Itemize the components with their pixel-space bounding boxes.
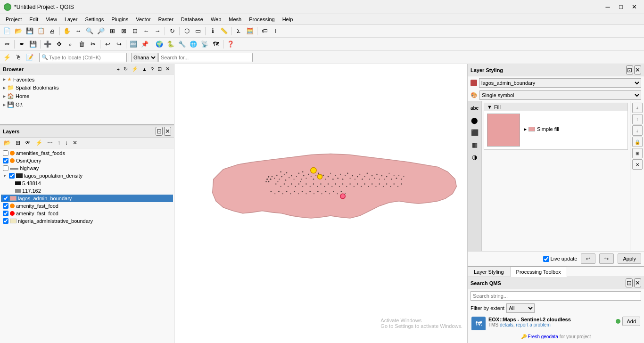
save-project-button[interactable]: 💾 <box>25 26 35 36</box>
menu-item-processing[interactable]: Processing <box>245 16 278 23</box>
eox-add-button[interactable]: Add <box>622 317 640 326</box>
ls-icon-blocks[interactable]: ▦ <box>470 139 480 150</box>
open-project-button[interactable]: 📂 <box>13 26 24 36</box>
help-button[interactable]: ❓ <box>225 39 236 49</box>
layer-checkbox-lagos-admin-boundary[interactable] <box>3 196 8 201</box>
menu-item-vector[interactable]: Vector <box>132 16 154 23</box>
layers-show-btn[interactable]: 👁 <box>23 139 33 147</box>
renderer-dropdown[interactable]: Single symbol <box>479 90 641 100</box>
ls-up-btn[interactable]: ↑ <box>632 114 643 124</box>
save-edit-button[interactable]: 💾 <box>28 39 38 49</box>
pan-map-button[interactable]: ✋ <box>62 26 72 36</box>
label-button[interactable]: 🏷 <box>259 26 270 36</box>
ls-lock-btn[interactable]: 🔒 <box>632 137 643 147</box>
apply-button[interactable]: Apply <box>618 253 641 264</box>
undo-button[interactable]: ↩ <box>102 39 113 49</box>
zoom-selected-button[interactable]: ⊡ <box>130 26 140 36</box>
layer-item-osmquery[interactable]: OsmQuery <box>1 157 173 164</box>
browser-favorites[interactable]: ▶ ★ Favorites <box>1 75 173 83</box>
browser-float-btn[interactable]: ⊡ <box>156 65 163 73</box>
menu-item-edit[interactable]: Edit <box>25 16 42 23</box>
toggle-edit-button[interactable]: ✒ <box>17 39 27 49</box>
move-feature-button[interactable]: ✥ <box>54 39 64 49</box>
redo-button[interactable]: ↪ <box>114 39 124 49</box>
fill-header[interactable]: ▼ Fill <box>484 103 627 111</box>
layers-close-btn[interactable]: ✕ <box>164 127 171 136</box>
menu-item-database[interactable]: Database <box>177 16 207 23</box>
plugin-btn5[interactable]: 🗺 <box>211 39 221 49</box>
node-tool-button[interactable]: ⬦ <box>65 39 75 49</box>
layer-checkbox-osmquery[interactable] <box>3 158 8 163</box>
browser-close-btn[interactable]: ✕ <box>164 65 171 73</box>
browser-refresh-btn[interactable]: ↻ <box>122 65 129 73</box>
zoom-prev-button[interactable]: ← <box>141 26 151 36</box>
layer-item-amenity-fast-food-1[interactable]: amenity_fast_food <box>1 202 173 210</box>
menu-item-raster[interactable]: Raster <box>154 16 177 23</box>
measure-button[interactable]: 📏 <box>219 26 229 36</box>
tab-processing-toolbox[interactable]: Processing Toolbox <box>510 267 567 277</box>
text-button[interactable]: T <box>271 26 281 36</box>
layer-item-amenities-fast-foods[interactable]: amenities_fast_foods <box>1 149 173 157</box>
location-dropdown[interactable]: Ghana <box>131 53 157 62</box>
refresh-button[interactable]: ↻ <box>167 26 177 36</box>
ls-icon-blend[interactable]: ◑ <box>470 152 480 162</box>
menu-item-plugins[interactable]: Plugins <box>107 16 132 23</box>
digitize-icon[interactable]: ⚡ <box>2 52 12 63</box>
zoom-next-button[interactable]: → <box>152 26 163 36</box>
minimize-button[interactable]: ─ <box>602 2 614 12</box>
menu-item-web[interactable]: Web <box>207 16 225 23</box>
ls-down-btn[interactable]: ↓ <box>632 125 643 136</box>
add-feature-button[interactable]: ➕ <box>42 39 53 49</box>
filter-extent-dropdown[interactable]: All VisibleCustom <box>506 303 535 313</box>
layer-checkbox-pop-density[interactable] <box>9 173 15 179</box>
live-update-checkbox[interactable] <box>543 256 549 262</box>
layer-item-nigeria-admin[interactable]: nigeria_administrative_boundary <box>1 217 173 225</box>
map-area[interactable]: Activate Windows Go to Settings to activ… <box>174 64 467 343</box>
menu-item-layer[interactable]: Layer <box>61 16 82 23</box>
label-pin-button[interactable]: 📌 <box>140 39 150 49</box>
ls-icon-abc[interactable]: abc <box>470 103 480 113</box>
browser-filter-btn[interactable]: ⚡ <box>130 65 140 73</box>
ls-add-btn[interactable]: + <box>632 103 643 113</box>
layer-select-dropdown[interactable]: lagos_admin_boundary <box>479 78 641 88</box>
ls-close-btn[interactable]: ✕ <box>634 65 641 74</box>
maximize-button[interactable]: □ <box>615 2 627 12</box>
menu-item-settings[interactable]: Settings <box>81 16 107 23</box>
browser-collapse-btn[interactable]: ▲ <box>140 65 149 73</box>
zoom-layer-button[interactable]: ⊠ <box>118 26 129 36</box>
layer-item-lagos-pop-density[interactable]: ▼ lagos_population_density <box>1 172 173 180</box>
python-button[interactable]: 🐍 <box>165 39 176 49</box>
current-edits-button[interactable]: ✏ <box>2 39 12 49</box>
layer-checkbox-nigeria-admin[interactable] <box>3 218 8 224</box>
browser-spatial-bookmarks[interactable]: ▶ 📁 Spatial Bookmarks <box>1 83 173 92</box>
qms-search-input[interactable] <box>471 291 641 301</box>
layers-remove-btn[interactable]: ✕ <box>71 139 79 147</box>
zoom-in-button[interactable]: 🔍 <box>84 26 95 36</box>
plugin-btn3[interactable]: 🌐 <box>188 39 198 49</box>
layers-copy-btn[interactable]: ⊞ <box>14 139 22 147</box>
delete-selected-button[interactable]: 🗑 <box>76 39 87 49</box>
browser-add-btn[interactable]: + <box>116 65 121 73</box>
qms-float-btn[interactable]: ⊡ <box>626 278 633 287</box>
save-as-button[interactable]: 📋 <box>36 26 46 36</box>
browser-home[interactable]: ▶ 🏠 Home <box>1 92 173 100</box>
ls-undo-btn[interactable]: ↩ <box>581 253 595 264</box>
layers-more-btn[interactable]: ⋯ <box>45 139 55 147</box>
ls-remove-btn[interactable]: ✕ <box>632 159 643 170</box>
select-button[interactable]: ⬡ <box>182 26 192 36</box>
pan-map-arrow-button[interactable]: ↔ <box>73 26 83 36</box>
layers-up-btn[interactable]: ↑ <box>56 139 62 147</box>
calculator-button[interactable]: 🧮 <box>245 26 255 36</box>
select-feature-btn[interactable]: 🖱 <box>13 52 24 63</box>
menu-item-view[interactable]: View <box>42 16 61 23</box>
layer-item-lagos-admin-boundary[interactable]: lagos_admin_boundary <box>1 195 173 202</box>
zoom-out-button[interactable]: 🔎 <box>96 26 106 36</box>
identify-button[interactable]: ℹ <box>207 26 218 36</box>
cut-features-button[interactable]: ✂ <box>88 39 98 49</box>
ls-redo-btn[interactable]: ↪ <box>599 253 614 264</box>
ls-float-btn[interactable]: ⊡ <box>626 65 633 74</box>
zoom-full-button[interactable]: ⊞ <box>107 26 117 36</box>
search-input[interactable] <box>158 53 253 62</box>
qms-close-btn[interactable]: ✕ <box>634 278 641 287</box>
layer-item-amenity-fast-food-2[interactable]: amenity_fast_food <box>1 210 173 217</box>
